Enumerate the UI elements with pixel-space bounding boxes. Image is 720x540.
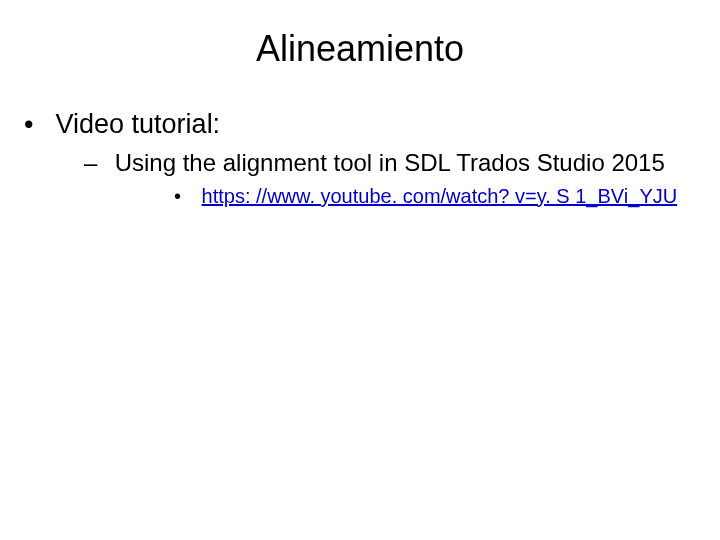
list-item: https: //www. youtube. com/watch? v=y. S… — [196, 184, 692, 209]
slide-title: Alineamiento — [28, 28, 692, 70]
bullet-text-lvl2: Using the alignment tool in SDL Trados S… — [115, 149, 665, 176]
list-item: Video tutorial: Using the alignment tool… — [48, 108, 692, 209]
bullet-list-level2: Using the alignment tool in SDL Trados S… — [108, 148, 692, 209]
slide: Alineamiento Video tutorial: Using the a… — [0, 0, 720, 540]
list-item: Using the alignment tool in SDL Trados S… — [108, 148, 692, 209]
bullet-list-level3: https: //www. youtube. com/watch? v=y. S… — [196, 184, 692, 209]
bullet-list-level1: Video tutorial: Using the alignment tool… — [48, 108, 692, 209]
bullet-text-lvl1: Video tutorial: — [56, 109, 221, 139]
youtube-link[interactable]: https: //www. youtube. com/watch? v=y. S… — [202, 185, 678, 207]
